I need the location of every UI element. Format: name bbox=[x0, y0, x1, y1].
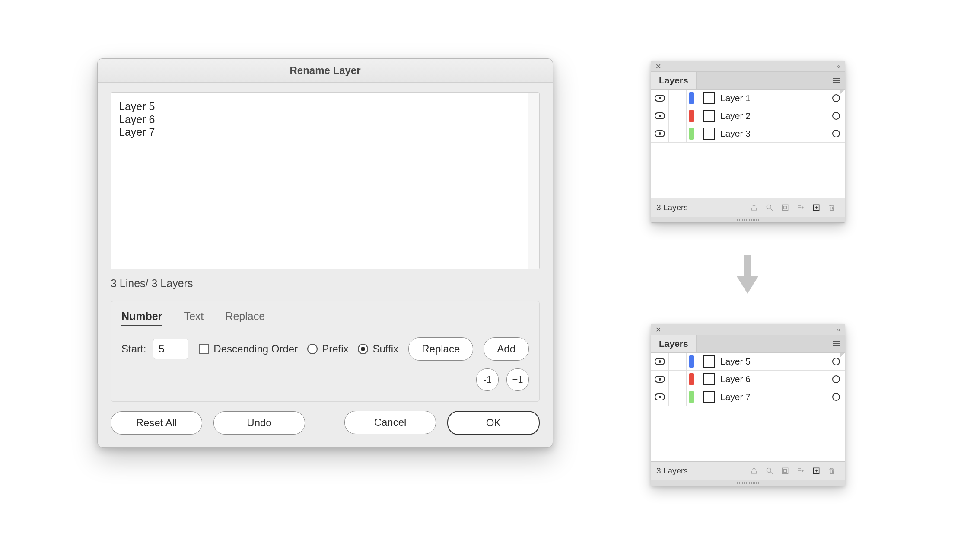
lock-column[interactable] bbox=[669, 353, 687, 370]
layer-name[interactable]: Layer 1 bbox=[720, 93, 827, 103]
visibility-toggle[interactable] bbox=[651, 125, 669, 142]
layer-row[interactable]: Layer 1 bbox=[651, 90, 845, 107]
panel-menu-icon[interactable] bbox=[833, 341, 840, 346]
target-toggle[interactable] bbox=[827, 371, 845, 388]
layer-name[interactable]: Layer 2 bbox=[720, 111, 827, 121]
suffix-label: Suffix bbox=[372, 343, 398, 355]
panel-topstrip[interactable]: ✕ « bbox=[651, 61, 845, 72]
target-toggle[interactable] bbox=[827, 125, 845, 142]
eye-icon bbox=[655, 130, 665, 137]
panel-menu-icon[interactable] bbox=[833, 78, 840, 83]
lock-column[interactable] bbox=[669, 125, 687, 142]
svg-rect-2 bbox=[784, 206, 787, 209]
suffix-radio[interactable]: Suffix bbox=[358, 343, 398, 355]
layer-count: 3 Layers bbox=[656, 466, 746, 476]
target-toggle[interactable] bbox=[827, 107, 845, 125]
layers-tab[interactable]: Layers bbox=[651, 335, 697, 352]
plus-one-button[interactable]: +1 bbox=[506, 368, 529, 391]
layer-row[interactable]: Layer 6 bbox=[651, 371, 845, 388]
descending-label: Descending Order bbox=[213, 343, 298, 355]
clip-icon[interactable] bbox=[779, 465, 791, 477]
status-line: 3 Lines/ 3 Layers bbox=[111, 277, 540, 290]
export-icon[interactable] bbox=[748, 201, 760, 214]
search-icon[interactable] bbox=[764, 465, 776, 477]
panel-footer: 3 Layers bbox=[651, 198, 845, 217]
new-layer-icon[interactable] bbox=[810, 201, 822, 214]
layer-thumbnail bbox=[703, 391, 715, 403]
resize-grip[interactable] bbox=[651, 217, 845, 222]
prefix-radio[interactable]: Prefix bbox=[307, 343, 348, 355]
dialog-title: Rename Layer bbox=[290, 64, 360, 77]
dialog-titlebar[interactable]: Rename Layer bbox=[98, 59, 553, 83]
reset-all-button[interactable]: Reset All bbox=[111, 411, 202, 435]
replace-button[interactable]: Replace bbox=[408, 337, 473, 361]
target-toggle[interactable] bbox=[827, 388, 845, 406]
layer-count: 3 Layers bbox=[656, 203, 746, 212]
new-layer-icon[interactable] bbox=[810, 465, 822, 477]
target-icon bbox=[832, 375, 840, 383]
layer-row[interactable]: Layer 5 bbox=[651, 353, 845, 371]
lock-column[interactable] bbox=[669, 371, 687, 388]
layer-thumbnail bbox=[703, 373, 715, 385]
layer-thumbnail bbox=[703, 355, 715, 368]
sublayer-icon[interactable] bbox=[795, 201, 807, 214]
descending-checkbox[interactable]: Descending Order bbox=[199, 343, 298, 355]
trash-icon[interactable] bbox=[826, 465, 838, 477]
lock-column[interactable] bbox=[669, 90, 687, 107]
trash-icon[interactable] bbox=[826, 201, 838, 214]
close-icon[interactable]: ✕ bbox=[655, 62, 661, 70]
visibility-toggle[interactable] bbox=[651, 90, 669, 107]
layers-tab[interactable]: Layers bbox=[651, 72, 697, 89]
panel-topstrip[interactable]: ✕ « bbox=[651, 324, 845, 335]
radio-icon bbox=[307, 344, 318, 354]
visibility-toggle[interactable] bbox=[651, 353, 669, 370]
svg-rect-1 bbox=[782, 205, 788, 210]
sublayer-icon[interactable] bbox=[795, 465, 807, 477]
preview-textarea[interactable]: Layer 5 Layer 6 Layer 7 bbox=[111, 92, 540, 269]
radio-icon bbox=[358, 344, 368, 354]
layer-color-chip bbox=[689, 391, 694, 403]
visibility-toggle[interactable] bbox=[651, 388, 669, 406]
close-icon[interactable]: ✕ bbox=[655, 326, 661, 334]
collapse-icon[interactable]: « bbox=[837, 63, 840, 70]
lock-column[interactable] bbox=[669, 107, 687, 125]
tab-text[interactable]: Text bbox=[184, 310, 204, 326]
search-icon[interactable] bbox=[764, 201, 776, 214]
add-button[interactable]: Add bbox=[484, 337, 529, 361]
layer-name[interactable]: Layer 7 bbox=[720, 392, 827, 402]
layer-row[interactable]: Layer 2 bbox=[651, 107, 845, 125]
minus-one-button[interactable]: -1 bbox=[476, 368, 499, 391]
preview-scrollbar[interactable] bbox=[528, 93, 539, 269]
layer-thumbnail bbox=[703, 110, 715, 122]
panel-footer: 3 Layers bbox=[651, 461, 845, 480]
undo-button[interactable]: Undo bbox=[213, 411, 305, 435]
rename-layer-dialog: Rename Layer Layer 5 Layer 6 Layer 7 3 L… bbox=[97, 58, 553, 448]
collapse-icon[interactable]: « bbox=[837, 326, 840, 333]
layer-color-chip bbox=[689, 373, 694, 385]
options-dogear-icon[interactable] bbox=[840, 90, 845, 95]
ok-button[interactable]: OK bbox=[447, 411, 540, 435]
lock-column[interactable] bbox=[669, 388, 687, 406]
eye-icon bbox=[655, 112, 665, 119]
target-icon bbox=[832, 358, 840, 365]
resize-grip[interactable] bbox=[651, 480, 845, 486]
layer-row[interactable]: Layer 3 bbox=[651, 125, 845, 143]
target-icon bbox=[832, 112, 840, 120]
cancel-button[interactable]: Cancel bbox=[344, 411, 436, 434]
panel-tabbar: Layers bbox=[651, 72, 845, 90]
export-icon[interactable] bbox=[748, 465, 760, 477]
clip-icon[interactable] bbox=[779, 201, 791, 214]
start-input[interactable] bbox=[153, 339, 188, 359]
visibility-toggle[interactable] bbox=[651, 371, 669, 388]
layer-name[interactable]: Layer 6 bbox=[720, 374, 827, 384]
options-dogear-icon[interactable] bbox=[840, 353, 845, 358]
eye-icon bbox=[655, 358, 665, 365]
eye-icon bbox=[655, 376, 665, 383]
layer-name[interactable]: Layer 5 bbox=[720, 356, 827, 367]
target-icon bbox=[832, 130, 840, 138]
visibility-toggle[interactable] bbox=[651, 107, 669, 125]
layer-name[interactable]: Layer 3 bbox=[720, 128, 827, 139]
tab-number[interactable]: Number bbox=[121, 310, 162, 326]
tab-replace[interactable]: Replace bbox=[225, 310, 265, 326]
layer-row[interactable]: Layer 7 bbox=[651, 388, 845, 406]
